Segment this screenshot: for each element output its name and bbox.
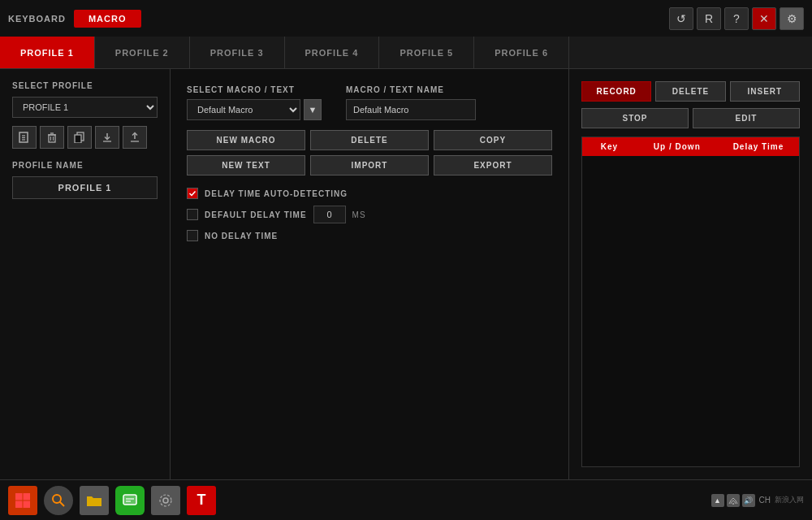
profile-tab-5[interactable]: PROFILE 5 — [379, 37, 474, 68]
new-profile-button[interactable] — [12, 126, 37, 149]
edit-button[interactable]: EDIT — [693, 108, 800, 128]
export-icon — [129, 132, 140, 143]
macro-select-arrow[interactable]: ▼ — [304, 99, 322, 120]
profile-tabs: PROFILE 1 PROFILE 2 PROFILE 3 PROFILE 4 … — [0, 37, 812, 69]
import-macro-button[interactable]: IMPORT — [310, 155, 429, 176]
delay-none-checkbox[interactable] — [187, 230, 198, 241]
delay-default-row: DEFAULT DELAY TIME MS — [187, 206, 552, 223]
stop-button[interactable]: STOP — [581, 108, 689, 128]
delay-col-header: Delay Time — [718, 137, 799, 156]
profile-select-row: PROFILE 1 PROFILE 2 PROFILE 3 PROFILE 4 … — [12, 97, 158, 118]
profile-tab-3[interactable]: PROFILE 3 — [190, 37, 285, 68]
stop-edit-row: STOP EDIT — [581, 108, 800, 128]
macro-name-input[interactable] — [346, 99, 476, 120]
copy-icon — [74, 132, 85, 143]
export-macro-button[interactable]: EXPORT — [434, 155, 552, 176]
macro-select[interactable]: Default Macro — [187, 99, 300, 120]
insert-button[interactable]: INSERT — [730, 81, 800, 102]
macro-text-name-label: MACRO / TEXT NAME — [346, 85, 476, 94]
svg-rect-11 — [75, 135, 81, 143]
title-bar-buttons: ↺ R ? ✕ ⚙ — [669, 7, 804, 30]
settings-button[interactable]: ⚙ — [780, 7, 804, 30]
delay-none-label: NO DELAY TIME — [205, 232, 278, 240]
folder-button[interactable] — [80, 486, 109, 515]
import-icon — [102, 132, 113, 143]
action-buttons-grid: NEW MACRO DELETE COPY NEW TEXT IMPORT EX… — [187, 130, 552, 176]
delay-default-input[interactable] — [313, 206, 346, 223]
tray-label: 新浪入网 — [775, 495, 804, 505]
title-bar: KEYBOARD MACRO ↺ R ? ✕ ⚙ — [0, 0, 812, 37]
profile-toolbar — [12, 126, 158, 149]
profile-name-input[interactable] — [12, 176, 158, 199]
record-button[interactable]: RECORD — [581, 81, 651, 102]
tray-icon-3: 🔊 — [742, 494, 755, 507]
delay-none-row: NO DELAY TIME — [187, 230, 552, 241]
delete-macro-button[interactable]: DELETE — [310, 130, 429, 150]
macro-name-section: MACRO / TEXT NAME — [346, 85, 476, 120]
delay-default-label: DEFAULT DELAY TIME — [205, 210, 307, 219]
svg-rect-18 — [15, 500, 23, 508]
new-icon — [19, 132, 30, 143]
profile-select[interactable]: PROFILE 1 PROFILE 2 PROFILE 3 PROFILE 4 … — [12, 97, 158, 118]
svg-rect-16 — [15, 493, 23, 500]
tt-icon: T — [197, 492, 206, 509]
folder-icon — [86, 493, 102, 508]
refresh-button[interactable]: ↺ — [669, 7, 693, 30]
record-controls: RECORD DELETE INSERT — [581, 81, 800, 102]
macro-header-row: SELECT MACRO / TEXT Default Macro ▼ MACR… — [187, 85, 552, 120]
delay-auto-label: DELAY TIME AUTO-DETECTING — [205, 189, 348, 198]
svg-point-27 — [160, 495, 171, 506]
nav-bar: KEYBOARD MACRO — [0, 0, 141, 37]
delete-profile-button[interactable] — [40, 126, 64, 149]
svg-point-26 — [163, 498, 168, 503]
macro-select-row: Default Macro ▼ — [187, 99, 322, 120]
profile-tab-6[interactable]: PROFILE 6 — [474, 37, 569, 68]
svg-rect-17 — [24, 493, 31, 500]
profile-name-section: PROFILE NAME — [12, 161, 158, 199]
key-table-header: Key Up / Down Delay Time — [582, 137, 799, 156]
settings-icon — [158, 492, 174, 509]
export-profile-button[interactable] — [123, 126, 147, 149]
tray-icon-2 — [727, 494, 740, 507]
main-content: SELECT PROFILE PROFILE 1 PROFILE 2 PROFI… — [0, 69, 812, 479]
start-button[interactable] — [8, 486, 37, 515]
new-text-button[interactable]: NEW TEXT — [187, 155, 305, 176]
profile-tab-1[interactable]: PROFILE 1 — [0, 37, 95, 68]
key-col-header: Key — [582, 137, 637, 156]
help-button[interactable]: ? — [724, 7, 749, 30]
delay-auto-row: DELAY TIME AUTO-DETECTING — [187, 188, 552, 199]
delete-record-button[interactable]: DELETE — [655, 81, 725, 102]
profile-tab-2[interactable]: PROFILE 2 — [95, 37, 190, 68]
select-profile-label: SELECT PROFILE — [12, 81, 158, 90]
select-macro-label: SELECT MACRO / TEXT — [187, 85, 322, 94]
svg-line-21 — [60, 501, 65, 506]
network-icon — [728, 496, 738, 505]
svg-rect-5 — [49, 135, 55, 142]
minimize-button[interactable]: ✕ — [752, 7, 776, 30]
center-panel: SELECT MACRO / TEXT Default Macro ▼ MACR… — [171, 69, 568, 479]
mode-button[interactable]: MACRO — [74, 10, 141, 28]
chat-button[interactable] — [115, 486, 145, 515]
system-settings-button[interactable] — [151, 486, 180, 515]
select-macro-section: SELECT MACRO / TEXT Default Macro ▼ — [187, 85, 322, 120]
svg-point-28 — [732, 503, 734, 505]
delay-auto-checkbox[interactable] — [187, 188, 198, 199]
chat-icon — [122, 493, 138, 508]
delay-default-checkbox[interactable] — [187, 209, 198, 220]
profile-name-label: PROFILE NAME — [12, 161, 158, 170]
tray-icon-1: ▲ — [711, 494, 724, 507]
sys-tray: ▲ 🔊 — [711, 494, 755, 507]
profile-tab-4[interactable]: PROFILE 4 — [285, 37, 380, 68]
tt-software-button[interactable]: T — [187, 486, 216, 515]
tray-text: CH — [759, 496, 771, 505]
copy-macro-button[interactable]: COPY — [434, 130, 552, 150]
left-panel: SELECT PROFILE PROFILE 1 PROFILE 2 PROFI… — [0, 69, 171, 479]
new-macro-button[interactable]: NEW MACRO — [187, 130, 305, 150]
updown-col-header: Up / Down — [637, 137, 718, 156]
check-icon — [188, 189, 197, 197]
copy-profile-button[interactable] — [67, 126, 92, 149]
import-profile-button[interactable] — [95, 126, 119, 149]
key-table: Key Up / Down Delay Time — [581, 136, 800, 467]
search-button[interactable] — [44, 486, 73, 515]
reset-button[interactable]: R — [697, 7, 721, 30]
